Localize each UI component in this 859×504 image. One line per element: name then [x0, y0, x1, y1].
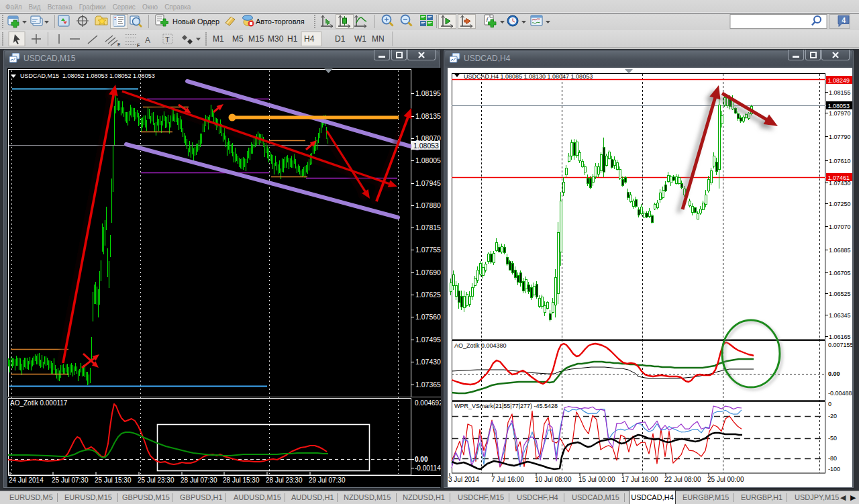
- svg-text:1.08053: 1.08053: [413, 142, 439, 150]
- svg-text:E: E: [117, 42, 121, 47]
- svg-text:1.08249: 1.08249: [828, 77, 850, 84]
- svg-text:-0.00488: -0.00488: [828, 390, 852, 397]
- svg-text:F: F: [137, 43, 140, 48]
- svg-text:W1: W1: [354, 34, 366, 44]
- svg-text:1.08053: 1.08053: [828, 103, 850, 109]
- svg-text:1.07970: 1.07970: [829, 110, 851, 117]
- svg-text:M1: M1: [213, 34, 224, 44]
- svg-text:28 Jul 07:30: 28 Jul 07:30: [181, 476, 217, 484]
- svg-text:H4: H4: [304, 34, 315, 44]
- svg-text:USDCAD,H4 1.08085 1.08130 1.0: USDCAD,H4 1.08085 1.08130 1.08047 1.0805…: [464, 73, 593, 80]
- svg-text:M5: M5: [232, 34, 244, 44]
- svg-text:1.07070: 1.07070: [829, 223, 851, 230]
- svg-text:T: T: [165, 36, 170, 44]
- svg-text:0.00: 0.00: [415, 456, 428, 463]
- svg-text:25 Jul 07:30: 25 Jul 07:30: [52, 476, 89, 484]
- svg-text:MN: MN: [372, 34, 385, 44]
- svg-text:7 Jul 16:00: 7 Jul 16:00: [491, 476, 524, 483]
- svg-text:25 Jul 00:00: 25 Jul 00:00: [707, 476, 744, 483]
- svg-text:1.06165: 1.06165: [829, 334, 851, 340]
- svg-text:1.08135: 1.08135: [415, 112, 441, 120]
- svg-text:1.07880: 1.07880: [415, 201, 441, 209]
- svg-text:1.07610: 1.07610: [829, 158, 851, 164]
- svg-text:1.07250: 1.07250: [829, 201, 851, 207]
- svg-text:Новый Ордер: Новый Ордер: [172, 17, 219, 26]
- svg-text:10 Jul 08:00: 10 Jul 08:00: [535, 476, 572, 483]
- svg-text:AO_Zotik 0.004380: AO_Zotik 0.004380: [454, 342, 507, 349]
- svg-text:-50: -50: [828, 435, 837, 442]
- svg-text:1.07790: 1.07790: [829, 134, 851, 140]
- svg-text:28 Jul 15:30: 28 Jul 15:30: [223, 476, 260, 484]
- svg-text:USDCAD,M15 1.08052 1.08053 1.: USDCAD,M15 1.08052 1.08053 1.08052 1.080…: [20, 72, 155, 79]
- svg-text:0.004692: 0.004692: [415, 399, 441, 407]
- svg-text:1.07755: 1.07755: [415, 246, 441, 254]
- svg-text:1.08195: 1.08195: [415, 89, 441, 97]
- svg-text:-100: -100: [828, 466, 840, 472]
- svg-text:D1: D1: [335, 34, 346, 44]
- svg-text:28 Jul 23:30: 28 Jul 23:30: [266, 476, 303, 484]
- svg-text:1.07461: 1.07461: [828, 174, 850, 181]
- svg-text:1.06885: 1.06885: [829, 247, 851, 254]
- svg-text:Авто-торговля: Авто-торговля: [256, 17, 305, 26]
- svg-text:4: 4: [842, 17, 846, 24]
- svg-text:M30: M30: [268, 34, 284, 44]
- svg-text:0.00: 0.00: [828, 370, 840, 377]
- svg-text:AO_Zotik 0.000117: AO_Zotik 0.000117: [10, 399, 68, 407]
- svg-text:0: 0: [828, 401, 831, 407]
- svg-text:-20: -20: [828, 413, 837, 419]
- svg-text:15 Jul 00:00: 15 Jul 00:00: [578, 476, 615, 483]
- svg-text:A: A: [145, 36, 150, 45]
- svg-text:29 Jul 07:30: 29 Jul 07:30: [309, 476, 346, 484]
- svg-text:1.07945: 1.07945: [415, 179, 441, 187]
- svg-text:25 Jul 15:30: 25 Jul 15:30: [95, 476, 132, 484]
- svg-text:3 Jul 2014: 3 Jul 2014: [448, 476, 480, 483]
- svg-text:1.07365: 1.07365: [415, 381, 441, 389]
- svg-text:1.08155: 1.08155: [829, 89, 851, 96]
- svg-text:1.06345: 1.06345: [829, 312, 851, 319]
- svg-text:-0.00114: -0.00114: [415, 464, 441, 472]
- svg-text:1.07690: 1.07690: [415, 268, 441, 276]
- svg-text:1.07430: 1.07430: [415, 358, 441, 366]
- svg-text:1.07495: 1.07495: [415, 336, 441, 344]
- svg-text:1.07625: 1.07625: [415, 291, 441, 299]
- svg-text:0.0071559: 0.0071559: [828, 342, 852, 348]
- svg-text:H1: H1: [287, 34, 298, 44]
- svg-text:WPR_VSmark(21|55|77|277) -45.5: WPR_VSmark(21|55|77|277) -45.5428: [454, 403, 558, 409]
- svg-text:-80: -80: [828, 455, 837, 462]
- svg-text:17 Jul 16:00: 17 Jul 16:00: [621, 476, 658, 483]
- svg-text:1.06525: 1.06525: [829, 291, 851, 297]
- svg-text:1.07560: 1.07560: [415, 313, 441, 321]
- svg-text:1.08005: 1.08005: [415, 156, 441, 164]
- svg-text:1.06705: 1.06705: [829, 270, 851, 276]
- svg-text:M15: M15: [248, 34, 264, 44]
- svg-text:22 Jul 08:00: 22 Jul 08:00: [664, 476, 701, 483]
- svg-text:1.07815: 1.07815: [415, 223, 441, 232]
- svg-text:25 Jul 23:30: 25 Jul 23:30: [138, 476, 174, 484]
- svg-text:24 Jul 2014: 24 Jul 2014: [9, 476, 44, 484]
